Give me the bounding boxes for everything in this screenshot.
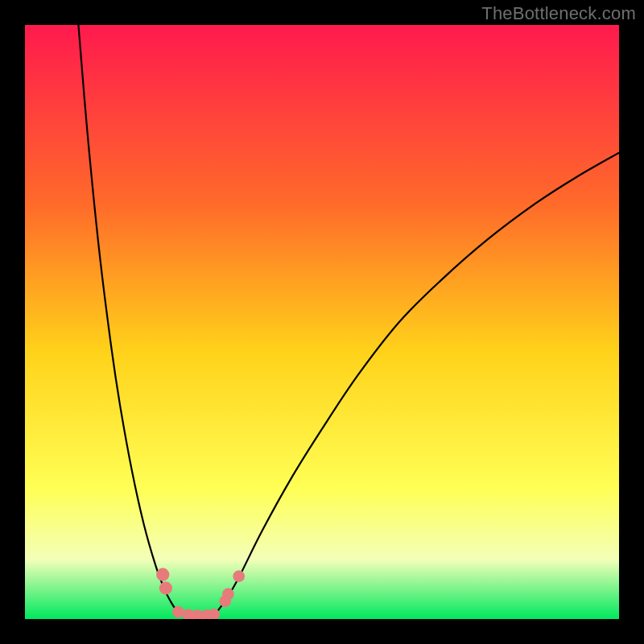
data-marker (172, 606, 184, 618)
gradient-bg (25, 25, 619, 619)
data-marker (222, 588, 234, 601)
data-marker (233, 570, 245, 582)
watermark-text: TheBottleneck.com (481, 3, 636, 24)
chart-svg (25, 25, 619, 619)
outer-frame: TheBottleneck.com (0, 0, 644, 644)
data-marker (159, 582, 172, 595)
plot-area (25, 25, 619, 619)
data-marker (156, 568, 169, 581)
